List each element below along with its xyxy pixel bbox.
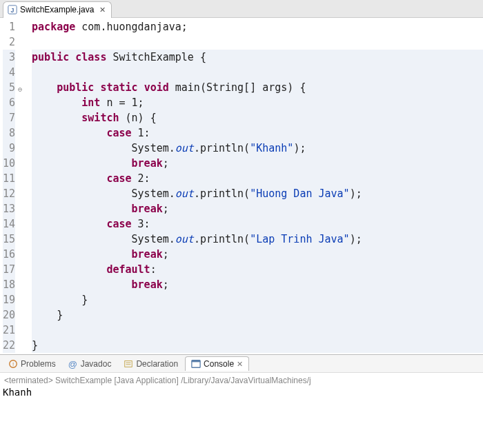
declaration-icon [124, 359, 133, 369]
console-output: Khanh [0, 385, 483, 402]
line-number: 14 [3, 216, 15, 232]
code-line[interactable] [32, 34, 483, 50]
line-number: 9 [3, 141, 15, 156]
line-number: 2 [3, 34, 15, 50]
line-number: 4 [3, 65, 15, 80]
code-line[interactable]: case 1: [32, 125, 483, 141]
line-number: 22 [3, 338, 15, 353]
line-number: 17 [3, 262, 15, 277]
code-line[interactable]: } [32, 338, 483, 353]
console-icon [191, 359, 201, 369]
code-editor[interactable]: 12345⊖678910111213141516171819202122 pac… [0, 18, 483, 354]
code-line[interactable]: default: [32, 262, 483, 277]
line-number: 19 [3, 292, 15, 307]
line-number: 13 [3, 201, 15, 216]
view-tab-console[interactable]: Console ✕ [185, 356, 249, 371]
code-line[interactable] [32, 65, 483, 80]
line-number-gutter: 12345⊖678910111213141516171819202122 [0, 18, 19, 354]
line-number: 1 [3, 19, 15, 34]
line-number: 10 [3, 156, 15, 171]
java-file-icon: J [8, 5, 17, 14]
code-line[interactable] [32, 323, 483, 338]
svg-rect-4 [125, 360, 132, 367]
view-tab-problems[interactable]: !Problems [3, 357, 61, 371]
view-tab-label: Console [204, 359, 234, 369]
code-line[interactable]: public class SwitchExample { [32, 50, 483, 65]
line-number: 18 [3, 277, 15, 292]
close-icon[interactable]: ✕ [99, 6, 106, 14]
line-number: 15 [3, 232, 15, 247]
editor-tab-bar: J SwitchExample.java ✕ [0, 0, 483, 18]
code-line[interactable]: break; [32, 201, 483, 216]
code-line[interactable]: break; [32, 277, 483, 292]
line-number: 11 [3, 171, 15, 186]
code-line[interactable]: int n = 1; [32, 95, 483, 110]
view-tab-label: Javadoc [81, 359, 112, 369]
line-number: 3 [3, 50, 15, 65]
line-number: 20 [3, 307, 15, 323]
view-tab-javadoc[interactable]: @Javadoc [63, 357, 117, 371]
view-tab-declaration[interactable]: Declaration [118, 357, 184, 371]
line-number: 8 [3, 125, 15, 141]
code-content[interactable]: package com.huongdanjava; public class S… [19, 18, 483, 354]
svg-text:J: J [11, 7, 14, 14]
code-line[interactable]: case 3: [32, 216, 483, 232]
line-number: 5⊖ [3, 80, 15, 95]
code-line[interactable]: System.out.println("Huong Dan Java"); [32, 186, 483, 201]
svg-rect-8 [192, 360, 200, 363]
svg-text:!: ! [12, 360, 14, 367]
code-line[interactable]: break; [32, 156, 483, 171]
editor-tab[interactable]: J SwitchExample.java ✕ [3, 1, 112, 18]
fold-icon[interactable]: ⊖ [18, 82, 22, 97]
line-number: 12 [3, 186, 15, 201]
line-number: 7 [3, 110, 15, 125]
views-tab-bar: !Problems@JavadocDeclarationConsole ✕ [0, 355, 483, 373]
line-number: 21 [3, 323, 15, 338]
line-number: 6 [3, 95, 15, 110]
code-line[interactable]: } [32, 307, 483, 323]
view-tab-label: Declaration [136, 359, 178, 369]
code-line[interactable]: System.out.println("Khanh"); [32, 141, 483, 156]
close-icon[interactable]: ✕ [237, 360, 243, 369]
code-line[interactable]: } [32, 292, 483, 307]
line-number: 16 [3, 247, 15, 262]
code-line[interactable]: case 2: [32, 171, 483, 186]
code-line[interactable]: break; [32, 247, 483, 262]
problems-icon: ! [8, 359, 18, 369]
code-line[interactable]: switch (n) { [32, 110, 483, 125]
bottom-panel: !Problems@JavadocDeclarationConsole ✕ <t… [0, 354, 483, 448]
console-status: <terminated> SwitchExample [Java Applica… [0, 373, 483, 385]
javadoc-icon: @ [68, 359, 78, 369]
code-line[interactable]: package com.huongdanjava; [32, 19, 483, 34]
code-line[interactable]: public static void main(String[] args) { [32, 80, 483, 95]
view-tab-label: Problems [21, 359, 56, 369]
editor-tab-label: SwitchExample.java [20, 5, 94, 14]
code-line[interactable]: System.out.println("Lap Trinh Java"); [32, 232, 483, 247]
